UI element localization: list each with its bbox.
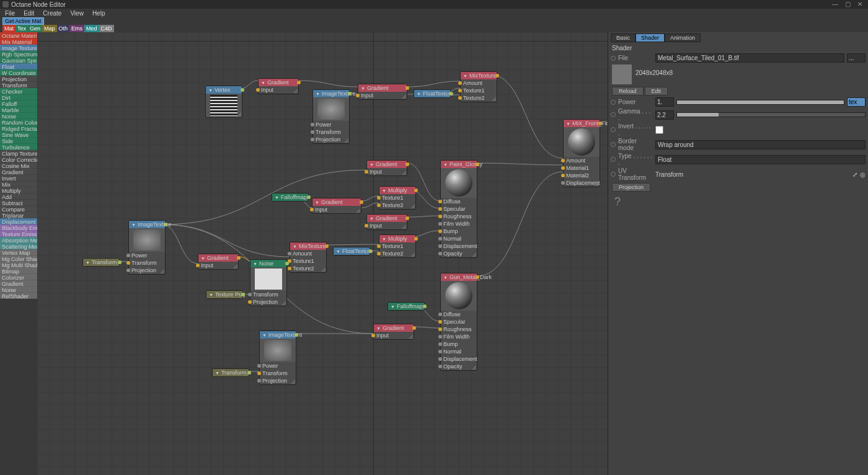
port-input[interactable]: Input	[312, 206, 361, 213]
sidebar-item[interactable]: Displacement	[0, 218, 37, 224]
menu-create[interactable]: Create	[43, 10, 61, 17]
port-normal[interactable]: Normal	[441, 348, 477, 355]
node-header[interactable]: ▼Gradient	[374, 324, 414, 332]
reload-button[interactable]: Reload	[612, 87, 644, 95]
port-input[interactable]: Input	[259, 86, 298, 94]
sidebar-item[interactable]: Gradient	[0, 169, 37, 175]
sidebar-item[interactable]: Clamp Texture	[0, 150, 37, 156]
node-float2[interactable]: ▼FloatTexture	[333, 247, 370, 255]
port-normal[interactable]: Normal	[441, 235, 477, 242]
file-browse-button[interactable]: ...	[847, 53, 866, 63]
category-c4d[interactable]: C4D	[99, 25, 114, 32]
node-header[interactable]: ▼MIX_Front_Fit	[564, 120, 600, 127]
sidebar-item[interactable]: Multiply	[0, 187, 37, 193]
node-header[interactable]: ▼Vertex	[206, 86, 242, 94]
node-trans2[interactable]: ▼Transform	[212, 368, 249, 377]
port-roughness[interactable]: Roughness	[441, 213, 477, 220]
port-roughness[interactable]: Roughness	[441, 326, 477, 333]
sidebar-item[interactable]: Compare	[0, 206, 37, 212]
sidebar-item[interactable]: Image Texture	[0, 45, 37, 51]
node-header[interactable]: ▼FloatTexture	[334, 247, 370, 255]
node-header[interactable]: ▼Transform	[213, 369, 249, 376]
node-header[interactable]: ▼FloatTexture	[414, 90, 450, 97]
sidebar-item[interactable]: Random Color	[0, 119, 37, 125]
node-header[interactable]: ▼Gun_Metal_Dark	[441, 273, 477, 281]
port-displacement[interactable]: Displacement	[564, 179, 600, 187]
port-projection[interactable]: Projection	[313, 136, 349, 143]
invert-checkbox[interactable]	[655, 126, 663, 134]
sidebar-item[interactable]: Projection	[0, 76, 37, 82]
tab-basic[interactable]: Basic	[611, 33, 636, 42]
node-falloff2[interactable]: ▼Falloffmap	[388, 302, 425, 311]
sidebar-item[interactable]: Ridged Fractal	[0, 125, 37, 131]
node-mixfront[interactable]: ▼MIX_Front_FitAmountMaterial1Material2Di…	[563, 119, 600, 187]
sidebar-item[interactable]: Marble	[0, 107, 37, 113]
type-dropdown[interactable]: Float	[655, 155, 866, 164]
tab-shader[interactable]: Shader	[636, 33, 665, 42]
port-input[interactable]: Input	[198, 262, 238, 269]
port-input[interactable]: Input	[374, 332, 414, 339]
node-grad5[interactable]: ▼GradientInput	[366, 214, 407, 230]
node-trans1[interactable]: ▼Transform	[82, 258, 120, 267]
node-header[interactable]: ▼Gradient	[358, 84, 407, 92]
port-projection[interactable]: Projection	[129, 267, 165, 274]
node-header[interactable]: ▼Paint_Glossy	[441, 161, 477, 168]
sidebar-item[interactable]: Subtract	[0, 200, 37, 206]
port-projection[interactable]: Projection	[250, 298, 286, 306]
port-amount[interactable]: Amount	[461, 79, 497, 87]
node-vertex1[interactable]: ▼Vertex	[205, 86, 242, 118]
node-grad3[interactable]: ▼GradientInput	[366, 160, 407, 176]
category-map[interactable]: Map	[42, 25, 57, 32]
sidebar-item[interactable]: Bitmap	[0, 268, 37, 274]
sidebar-item[interactable]: Noise	[0, 113, 37, 119]
node-header[interactable]: ▼Falloffmap	[388, 303, 424, 310]
port-texture1[interactable]: Texture1	[379, 194, 415, 202]
node-header[interactable]: ▼Gradient	[367, 161, 407, 168]
category-med[interactable]: Med	[84, 25, 99, 32]
port-texture2[interactable]: Texture2	[461, 94, 497, 102]
node-header[interactable]: ▼ImageTexture	[260, 331, 296, 339]
category-tex[interactable]: Tex	[16, 25, 28, 32]
node-texproj[interactable]: ▼Texture Proj	[206, 290, 243, 299]
port-opacity[interactable]: Opacity	[441, 250, 477, 257]
category-gen[interactable]: Gen	[28, 25, 42, 32]
node-header[interactable]: ▼Gradient	[312, 198, 361, 206]
category-oth[interactable]: Oth	[57, 25, 70, 32]
sidebar-item[interactable]: Octane Material	[0, 32, 37, 38]
node-header[interactable]: ▼ImageTexture	[313, 90, 349, 97]
sidebar-item[interactable]: Falloff	[0, 100, 37, 107]
port-texture1[interactable]: Texture1	[461, 87, 497, 94]
node-canvas[interactable]: ▼Vertex▼GradientInput▼GradientInput▼Imag…	[37, 32, 608, 475]
tab-animation[interactable]: Animation	[665, 33, 701, 42]
port-input[interactable]: Input	[358, 92, 407, 99]
sidebar-item[interactable]: Transform	[0, 82, 37, 88]
port-transform[interactable]: Transform	[129, 259, 165, 267]
sidebar-item[interactable]: Turbulence	[0, 144, 37, 150]
edit-button[interactable]: Edit	[645, 87, 668, 95]
sidebar-item[interactable]: Mg Color Shader	[0, 255, 37, 262]
sidebar-item[interactable]: Absorption Medium	[0, 237, 37, 243]
menu-edit[interactable]: Edit	[24, 10, 34, 17]
sidebar-item[interactable]: Mix	[0, 181, 37, 187]
port-texture2[interactable]: Texture2	[290, 265, 326, 272]
node-imgtex1[interactable]: ▼ImageTexturePowerTransformProjection	[312, 89, 350, 144]
sidebar-item[interactable]: Color Correction	[0, 156, 37, 162]
port-transform[interactable]: Transform	[260, 370, 296, 377]
minimize-button[interactable]: —	[830, 1, 841, 8]
get-active-mat-button[interactable]: Get Active Mat	[2, 17, 44, 25]
port-opacity[interactable]: Opacity	[441, 363, 477, 370]
port-amount[interactable]: Amount	[290, 250, 326, 257]
sidebar-item[interactable]: Scattering Medium	[0, 243, 37, 249]
sidebar-item[interactable]: RefShader	[0, 293, 37, 299]
sidebar-item[interactable]: Float	[0, 63, 37, 69]
file-field[interactable]: Metal_Surface_Tiled_01_B.tif	[655, 53, 844, 63]
sidebar-item[interactable]: Gradient	[0, 280, 37, 286]
port-film-width[interactable]: Film Width	[441, 220, 477, 228]
menu-file[interactable]: File	[5, 10, 15, 17]
node-header[interactable]: ▼MixTexture	[461, 72, 497, 79]
category-mat[interactable]: Mat	[2, 25, 16, 32]
node-header[interactable]: ▼ImageTexture	[129, 221, 165, 228]
sidebar-item[interactable]: Side	[0, 138, 37, 144]
port-projection[interactable]: Projection	[260, 377, 296, 384]
sidebar-item[interactable]: Mg Multi Shader	[0, 262, 37, 268]
